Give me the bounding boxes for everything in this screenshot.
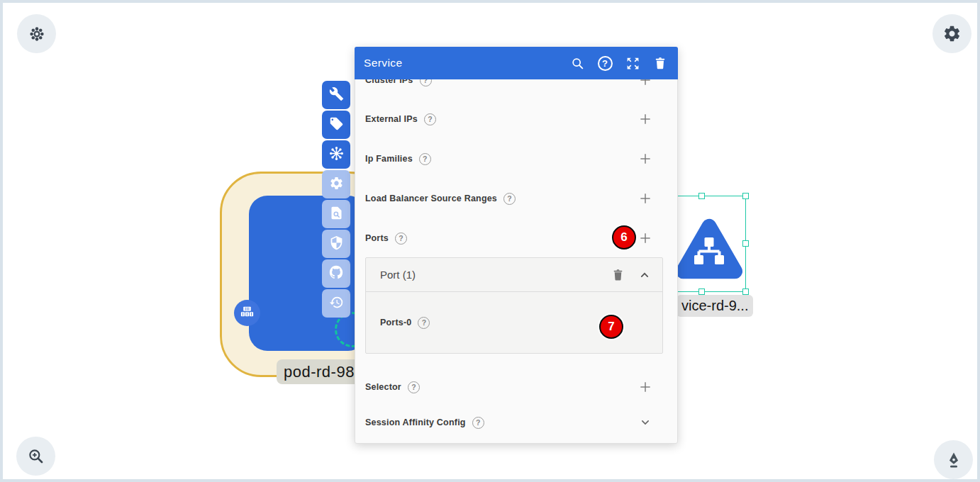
- add-external-ips-button[interactable]: [637, 111, 653, 127]
- add-ip-families-button[interactable]: [637, 151, 653, 167]
- shield-icon: [329, 235, 344, 253]
- field-label: External IPs: [365, 114, 418, 124]
- selection-handle-top-right[interactable]: [742, 193, 749, 199]
- help-glyph: ?: [476, 418, 480, 427]
- toolbar-item-github[interactable]: [322, 259, 350, 288]
- dialog-title: Service: [364, 57, 402, 69]
- help-glyph: ?: [598, 56, 613, 71]
- help-icon[interactable]: ?: [395, 232, 407, 245]
- help-icon[interactable]: ?: [408, 381, 420, 393]
- selection-handle-bottom-right[interactable]: [742, 288, 749, 295]
- pen-nib-icon: [945, 451, 963, 469]
- service-label: vice-rd-9...: [676, 295, 753, 317]
- tag-icon: [329, 116, 344, 134]
- document-search-icon: [329, 206, 344, 223]
- add-load-balancer-source-ranges-button[interactable]: [637, 191, 653, 206]
- port-group-title: Port (1): [380, 269, 416, 281]
- help-icon[interactable]: ?: [424, 113, 436, 125]
- help-glyph: ?: [422, 318, 426, 327]
- wrench-icon: [329, 86, 344, 104]
- field-label: Ports-0: [380, 318, 411, 327]
- field-label: Ports: [365, 233, 389, 243]
- selection-handle-bottom-center[interactable]: [698, 288, 705, 295]
- collapse-port-chevron[interactable]: [637, 267, 652, 283]
- delete-icon[interactable]: [652, 55, 668, 71]
- step-badge-6: 6: [612, 225, 636, 250]
- gear-icon: [329, 176, 344, 194]
- container-icon: [239, 303, 255, 323]
- expand-session-affinity-chevron[interactable]: [637, 415, 653, 430]
- zoom-button[interactable]: [16, 437, 55, 476]
- port-group-header: Port (1): [366, 258, 662, 292]
- toolbar-item-shield[interactable]: [322, 230, 350, 258]
- settings-button[interactable]: [932, 14, 971, 53]
- toolbar-item-wrench[interactable]: [322, 81, 350, 109]
- search-icon[interactable]: [569, 55, 585, 71]
- container-port-handle[interactable]: [234, 300, 260, 326]
- help-glyph: ?: [399, 234, 403, 242]
- service-label-text: vice-rd-9...: [681, 298, 748, 314]
- dialog-header[interactable]: Service ?: [355, 47, 678, 79]
- draw-tool-button[interactable]: [934, 440, 973, 479]
- toolbar-item-gear[interactable]: [322, 170, 350, 198]
- gear-icon: [942, 24, 962, 43]
- network-hierarchy-icon: [693, 237, 725, 269]
- field-row-load-balancer-source-ranges: Load Balancer Source Ranges ?: [365, 189, 667, 208]
- node-toolbar: [322, 81, 350, 318]
- app-menu-button[interactable]: [17, 14, 56, 53]
- help-glyph: ?: [423, 155, 427, 163]
- zoom-in-icon: [27, 447, 45, 466]
- toolbar-item-history[interactable]: [322, 289, 350, 318]
- help-icon[interactable]: ?: [472, 417, 484, 429]
- step-badge-7-number: 7: [608, 320, 614, 334]
- help-glyph: ?: [428, 115, 432, 123]
- toolbar-item-hub[interactable]: [322, 140, 350, 169]
- field-label: Selector: [365, 382, 401, 392]
- pod-label-text: pod-rd-98: [284, 363, 355, 381]
- field-row-external-ips: External IPs ?: [365, 110, 667, 128]
- help-icon[interactable]: ?: [597, 55, 613, 71]
- history-icon: [329, 295, 344, 313]
- toolbar-item-tag[interactable]: [322, 111, 350, 139]
- help-glyph: ?: [507, 194, 511, 203]
- flower-hub-icon: [28, 25, 46, 43]
- field-label: Load Balancer Source Ranges: [365, 194, 497, 203]
- help-icon[interactable]: ?: [418, 317, 430, 329]
- app-canvas: pod-rd-98 vice-rd-9...: [0, 0, 980, 482]
- step-badge-7: 7: [599, 315, 623, 339]
- delete-port-button[interactable]: [610, 267, 625, 283]
- selection-handle-right-middle[interactable]: [742, 240, 749, 247]
- field-label: Session Affinity Config: [365, 417, 466, 427]
- github-icon: [328, 264, 344, 283]
- selection-handle-top-center[interactable]: [698, 193, 705, 199]
- step-badge-6-number: 6: [620, 230, 627, 245]
- help-icon[interactable]: ?: [503, 193, 516, 205]
- field-row-selector: Selector ?: [365, 378, 667, 396]
- field-row-ip-families: Ip Families ?: [365, 150, 667, 168]
- hub-icon: [328, 145, 345, 164]
- expand-icon[interactable]: [625, 55, 640, 71]
- port-group-panel: Port (1): [365, 257, 663, 354]
- field-row-session-affinity-config: Session Affinity Config ?: [365, 413, 667, 432]
- toolbar-item-document-search[interactable]: [322, 200, 350, 228]
- add-port-button[interactable]: [637, 230, 653, 246]
- add-selector-button[interactable]: [637, 379, 653, 395]
- help-glyph: ?: [411, 383, 416, 391]
- field-label: Ip Families: [365, 154, 413, 164]
- help-icon[interactable]: ?: [419, 153, 431, 165]
